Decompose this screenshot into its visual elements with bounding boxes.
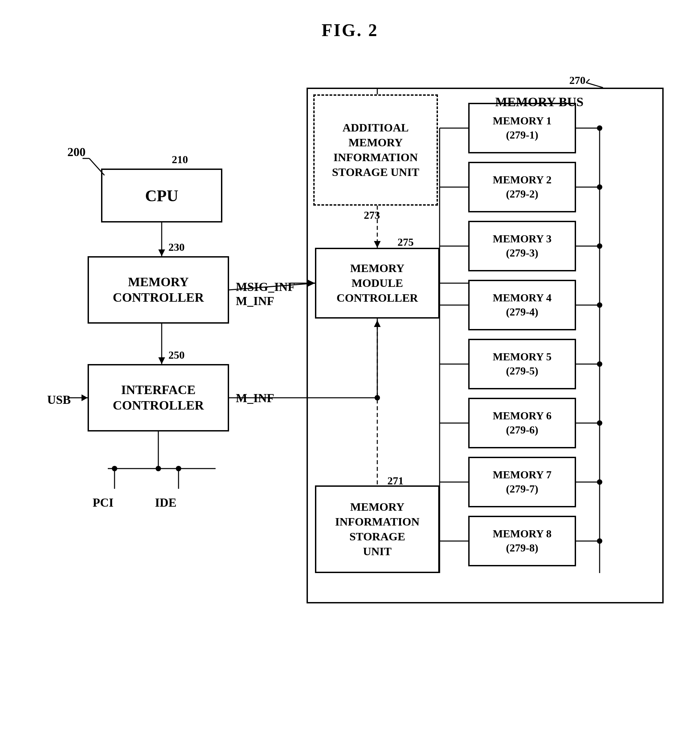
label-270: 270 (569, 74, 585, 87)
cpu-label: CPU (145, 186, 178, 205)
label-230: 230 (169, 241, 185, 254)
interface-controller-box: INTERFACECONTROLLER (88, 364, 229, 431)
memory-box-5: MEMORY 5(279-5) (468, 339, 576, 389)
interface-controller-label: INTERFACECONTROLLER (113, 382, 204, 413)
memory-box-6: MEMORY 6(279-6) (468, 398, 576, 448)
diagram-container: 200 CPU 210 MEMORYCONTROLLER 230 INTERFA… (27, 54, 674, 728)
memory-controller-label: MEMORYCONTROLLER (113, 274, 204, 305)
memory-box-1: MEMORY 1(279-1) (468, 103, 576, 153)
memory-module-controller-box: MEMORYMODULECONTROLLER (315, 248, 440, 319)
svg-line-54 (586, 79, 590, 83)
memory-box-7: MEMORY 7(279-7) (468, 457, 576, 507)
memory-info-storage-label: MEMORYINFORMATIONSTORAGEUNIT (335, 500, 420, 559)
memory-module-controller-label: MEMORYMODULECONTROLLER (336, 261, 418, 306)
additional-memory-box: ADDITIOALMEMORYINFORMATIONSTORAGE UNIT (313, 94, 438, 206)
page-title: FIG. 2 (0, 0, 700, 40)
pci-label: PCI (93, 496, 113, 510)
ide-label: IDE (155, 496, 177, 510)
label-250: 250 (169, 349, 185, 361)
label-275: 275 (397, 236, 414, 248)
m-inf-iface-label: M_INF (236, 391, 274, 405)
svg-point-12 (112, 466, 117, 471)
memory-controller-box: MEMORYCONTROLLER (88, 256, 229, 324)
msig-inf-label: MSIG_INFM_INF (236, 280, 295, 308)
label-210: 210 (172, 153, 188, 166)
label-273: 273 (364, 209, 380, 221)
svg-marker-5 (158, 357, 165, 364)
svg-point-13 (155, 466, 161, 471)
additional-memory-label: ADDITIOALMEMORYINFORMATIONSTORAGE UNIT (332, 120, 419, 180)
memory-box-2: MEMORY 2(279-2) (468, 162, 576, 212)
cpu-box: CPU (101, 169, 222, 222)
svg-line-53 (586, 83, 603, 88)
svg-point-14 (176, 466, 181, 471)
svg-marker-7 (81, 395, 88, 401)
memory-box-8: MEMORY 8(279-8) (468, 516, 576, 566)
memory-info-storage-box: MEMORYINFORMATIONSTORAGEUNIT (315, 485, 440, 573)
svg-marker-3 (158, 250, 165, 256)
usb-label: USB (47, 393, 71, 407)
label-271: 271 (388, 475, 404, 487)
label-200: 200 (67, 145, 86, 159)
memory-box-3: MEMORY 3(279-3) (468, 221, 576, 271)
memory-box-4: MEMORY 4(279-4) (468, 280, 576, 330)
